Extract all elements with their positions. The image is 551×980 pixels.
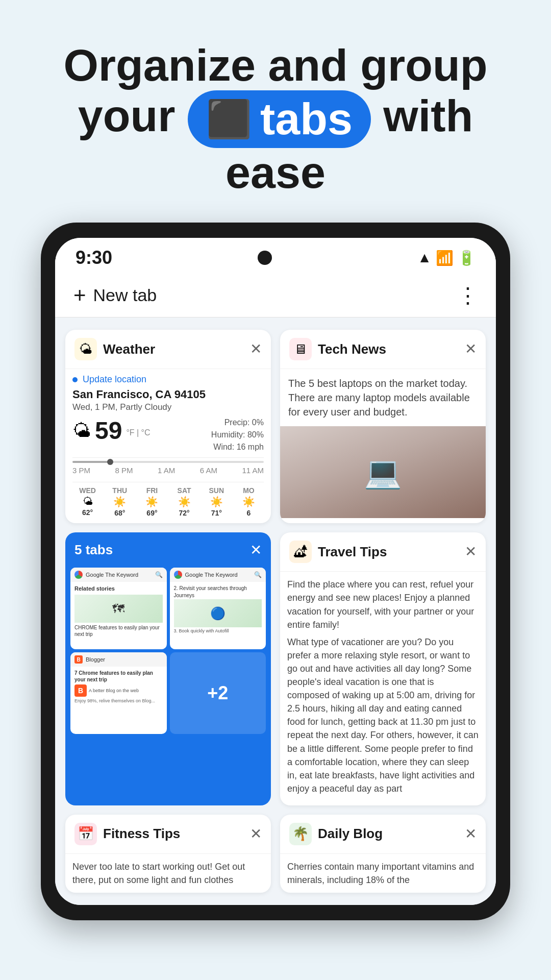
weather-description: Wed, 1 PM, Partly Cloudy [72, 402, 264, 412]
daily-blog-close-button[interactable]: ✕ [465, 827, 477, 841]
mini-tab-1-headline: Related stories [74, 585, 163, 592]
mini-tab-1-url: Google The Keyword [86, 572, 152, 578]
weather-card-title: Weather [103, 341, 244, 357]
wifi-icon: ▲ [417, 250, 432, 266]
tech-news-text: The 5 best laptops on the market today. … [288, 376, 478, 419]
mini-tab-2-url: Google The Keyword [185, 572, 252, 578]
mini-tab-2-headline: 2. Revisit your searches through Journey… [174, 585, 262, 599]
mini-tab-1-search-icon: 🔍 [155, 571, 163, 578]
plus-two-card[interactable]: +2 [170, 652, 266, 734]
weather-time-2: 8 PM [115, 466, 133, 475]
weather-precip: Precip: 0% [211, 416, 264, 429]
weather-forecast: WED 🌤 62° THU ☀️ 68° FRI ☀️ [72, 482, 264, 517]
weather-details: Precip: 0% Humidity: 80% Wind: 16 mph [211, 416, 264, 453]
forecast-wed: WED 🌤 62° [72, 486, 103, 517]
mini-tab-1-desc: CHROME features to easily plan your next… [74, 624, 163, 638]
weather-card-icon: 🌤 [74, 338, 97, 360]
blogger-icon-small: B [74, 684, 87, 697]
tabs-group-label: 5 tabs [74, 542, 113, 558]
blogger-url: Blogger [86, 656, 163, 663]
status-icons: ▲ 📶 🔋 [417, 250, 475, 266]
mini-tab-2-header: Google The Keyword 🔍 [170, 568, 266, 582]
daily-blog-card-body: Cherries contain many important vitamins… [280, 854, 486, 893]
tech-news-card-body: The 5 best laptops on the market today. … [280, 369, 486, 426]
mini-tab-2-desc: 3. Book quickly with Autofill [174, 628, 262, 634]
phone-screen: 9:30 ▲ 📶 🔋 + New tab ⋮ [55, 238, 496, 905]
more-options-icon[interactable]: ⋮ [457, 283, 478, 308]
tabs-group-close-button[interactable]: ✕ [250, 542, 262, 558]
tabs-pill-label: tabs [260, 94, 353, 144]
tech-news-card-header: 🖥 Tech News ✕ [280, 330, 486, 369]
battery-icon: 🔋 [458, 250, 475, 266]
tabs-mini-grid: Google The Keyword 🔍 Related stories 🗺 C… [65, 568, 271, 739]
fitness-tips-tab-card[interactable]: 📅 Fitness Tips ✕ Never too late to start… [65, 815, 271, 893]
camera-dot [258, 251, 272, 265]
mini-tab-1-img: 🗺 [74, 595, 163, 623]
travel-tips-tab-card[interactable]: 🏕 Travel Tips ✕ Find the place where you… [280, 532, 486, 805]
weather-timeline: 3 PM 8 PM 1 AM 6 AM 11 AM [72, 457, 264, 478]
travel-tips-card-icon: 🏕 [289, 541, 312, 563]
blogger-subrow: B A better Blog on the web [74, 684, 163, 697]
tabs-group-header: 5 tabs ✕ [65, 532, 271, 568]
mini-tab-1-header: Google The Keyword 🔍 [70, 568, 167, 582]
tech-news-tab-card[interactable]: 🖥 Tech News ✕ The 5 best laptops on the … [280, 330, 486, 523]
tabs-grid: 🌤 Weather ✕ Update location San Francisc… [55, 317, 496, 905]
weather-card-body: Update location San Francisco, CA 94105 … [65, 369, 271, 523]
weather-close-button[interactable]: ✕ [250, 342, 262, 356]
travel-tips-text-1: Find the place where you can rest, refue… [287, 578, 479, 631]
forecast-sun: SUN ☀️ 71° [202, 486, 232, 517]
weather-time-5: 11 AM [242, 466, 264, 475]
weather-humidity: Humidity: 80% [211, 429, 264, 441]
hero-section: Organize and group your ⬛ tabs with ease [0, 0, 551, 223]
weather-update-location[interactable]: Update location [72, 374, 264, 385]
tabs-pill: ⬛ tabs [188, 90, 371, 148]
weather-unit: °F | °C [126, 428, 150, 437]
mini-chrome-logo-1 [74, 571, 83, 579]
tabs-pill-icon: ⬛ [206, 99, 252, 139]
daily-blog-text: Cherries contain many important vitamins… [287, 860, 479, 887]
weather-time-3: 1 AM [158, 466, 175, 475]
hero-line1: Organize and group [63, 40, 487, 90]
weather-times: 3 PM 8 PM 1 AM 6 AM 11 AM [72, 466, 264, 475]
weather-temp-left: 🌤 59 °F | °C [72, 416, 151, 445]
mini-tab-2-img: 🔵 [174, 599, 262, 627]
tech-news-card-icon: 🖥 [289, 338, 312, 360]
travel-tips-text-2: What type of vacationer are you? Do you … [287, 635, 479, 795]
fitness-tips-card-body: Never too late to start working out! Get… [65, 854, 271, 893]
fitness-tips-text: Never too late to start working out! Get… [72, 860, 264, 887]
tabs-group-card[interactable]: 5 tabs ✕ Google The Keyword 🔍 [65, 532, 271, 805]
blogger-logo-icon: B [74, 655, 83, 664]
phone-wrapper: 9:30 ▲ 📶 🔋 + New tab ⋮ [0, 223, 551, 941]
travel-tips-card-header: 🏕 Travel Tips ✕ [280, 532, 486, 572]
status-bar: 9:30 ▲ 📶 🔋 [55, 238, 496, 274]
tech-news-close-button[interactable]: ✕ [465, 342, 477, 356]
fitness-tips-close-button[interactable]: ✕ [250, 827, 262, 841]
phone-frame: 9:30 ▲ 📶 🔋 + New tab ⋮ [41, 223, 510, 920]
plus-icon: + [73, 283, 86, 308]
mini-tab-2-search-icon: 🔍 [254, 571, 262, 578]
plus-two-label: +2 [207, 682, 228, 704]
new-tab-button[interactable]: + New tab [73, 283, 157, 308]
forecast-fri: FRI ☀️ 69° [137, 486, 167, 517]
tech-news-image: 💻 [280, 426, 486, 518]
mini-chrome-logo-2 [174, 571, 182, 579]
travel-tips-card-title: Travel Tips [318, 544, 459, 560]
mini-tab-2[interactable]: Google The Keyword 🔍 2. Revisit your sea… [170, 568, 266, 649]
weather-temp-row: 🌤 59 °F | °C Precip: 0% Humidity: 80% Wi… [72, 416, 264, 453]
weather-card-header: 🌤 Weather ✕ [65, 330, 271, 369]
new-tab-label: New tab [93, 285, 157, 305]
forecast-mon: MO ☀️ 6 [234, 486, 264, 517]
travel-tips-close-button[interactable]: ✕ [465, 545, 477, 559]
mini-tab-2-content: 2. Revisit your searches through Journey… [170, 582, 266, 638]
forecast-sat: SAT ☀️ 72° [169, 486, 199, 517]
weather-tab-card[interactable]: 🌤 Weather ✕ Update location San Francisc… [65, 330, 271, 523]
mini-tab-1[interactable]: Google The Keyword 🔍 Related stories 🗺 C… [70, 568, 167, 649]
weather-temperature: 59 [95, 416, 122, 445]
weather-bar [72, 461, 264, 463]
forecast-thu: THU ☀️ 68° [105, 486, 135, 517]
mini-tab-blogger[interactable]: B Blogger 7 Chrome features to easily pl… [70, 652, 167, 734]
blogger-content: 7 Chrome features to easily plan your ne… [70, 667, 167, 707]
laptop-illustration: 💻 [280, 426, 486, 518]
blogger-desc: A better Blog on the web [89, 688, 139, 694]
daily-blog-tab-card[interactable]: 🌴 Daily Blog ✕ Cherries contain many imp… [280, 815, 486, 893]
